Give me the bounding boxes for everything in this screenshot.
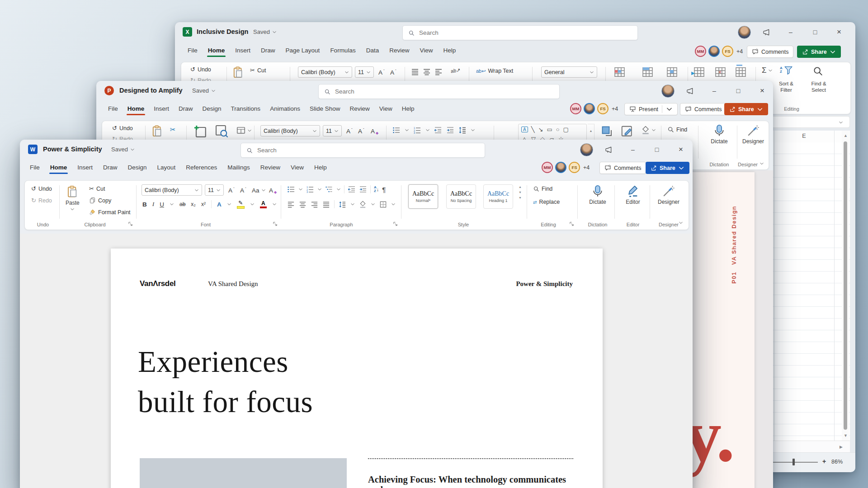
presence-overflow-count[interactable]: +4 bbox=[612, 106, 618, 112]
word-change-case-button[interactable]: Aa bbox=[252, 185, 266, 196]
subscript-button[interactable]: x₂ bbox=[191, 199, 196, 210]
presence-avatar-fs[interactable]: FS bbox=[597, 103, 609, 114]
ppt-minimize-button[interactable]: – bbox=[710, 86, 719, 95]
scroll-up-arrow[interactable]: ▲ bbox=[844, 133, 848, 138]
shape-glyph[interactable]: ╲ bbox=[531, 126, 535, 133]
excel-paste-button[interactable] bbox=[232, 66, 244, 81]
clipboard-dialog-launcher[interactable] bbox=[128, 221, 133, 226]
excel-menu-tab[interactable]: Help bbox=[443, 46, 456, 55]
word-menu-tab[interactable]: References bbox=[185, 163, 217, 172]
presence-avatar-photo[interactable] bbox=[584, 103, 595, 114]
word-shrink-font-button[interactable]: Aˇ bbox=[240, 185, 246, 196]
word-menu-tab[interactable]: Layout bbox=[157, 163, 176, 172]
excel-menu-tab[interactable]: Formulas bbox=[330, 46, 356, 55]
excel-font-name-select[interactable]: Calibri (Body) bbox=[298, 66, 352, 78]
align-center-icon[interactable] bbox=[299, 201, 307, 208]
word-menu-tab[interactable]: Help bbox=[314, 163, 327, 172]
editing-dialog-launcher[interactable] bbox=[569, 221, 574, 226]
line-spacing-icon[interactable] bbox=[458, 126, 467, 134]
word-redo-button[interactable]: ↻Redo bbox=[31, 197, 52, 204]
word-menu-tab[interactable]: Design bbox=[127, 163, 147, 172]
word-menu-tab[interactable]: Mailings bbox=[227, 163, 250, 172]
scrollbar-thumb[interactable] bbox=[844, 141, 847, 430]
ppt-menu-tab[interactable]: Design bbox=[202, 104, 222, 113]
delete-cells-icon[interactable]: × bbox=[714, 66, 726, 80]
ppt-menu-tab[interactable]: Insert bbox=[153, 104, 170, 113]
presence-avatar-mm[interactable]: MM bbox=[542, 162, 553, 173]
word-copy-button[interactable]: Copy bbox=[89, 197, 111, 204]
word-search-input[interactable] bbox=[256, 146, 468, 154]
decrease-indent-icon[interactable] bbox=[434, 126, 442, 134]
chevron-down-icon[interactable] bbox=[839, 120, 843, 125]
sort-icon[interactable]: AZ ↓ bbox=[374, 186, 379, 193]
style-normal[interactable]: AaBbCc Normal* bbox=[408, 184, 438, 209]
excel-menu-tab[interactable]: Draw bbox=[260, 46, 276, 55]
excel-shrink-font-button[interactable]: Aˇ bbox=[390, 67, 396, 78]
column-header-e[interactable]: E bbox=[774, 133, 834, 139]
ppt-slide[interactable]: P01 VA Shared Design fy. bbox=[688, 172, 755, 488]
ppt-font-name-select[interactable]: Calibri (Body) bbox=[260, 125, 320, 136]
excel-find-select-button[interactable] bbox=[812, 66, 823, 78]
text-orientation-icon[interactable]: ab↗ bbox=[450, 67, 461, 75]
highlight-button[interactable]: ✎ bbox=[237, 200, 245, 209]
ppt-dictate-button[interactable]: Dictate bbox=[704, 124, 734, 145]
ppt-maximize-button[interactable]: □ bbox=[734, 86, 743, 95]
shape-glyph[interactable]: ↘ bbox=[538, 126, 543, 133]
text-effects-button[interactable]: A bbox=[217, 199, 222, 210]
numbering-icon[interactable] bbox=[306, 185, 314, 193]
shape-glyph[interactable]: ▭ bbox=[547, 126, 552, 133]
align-bottom-icon[interactable] bbox=[434, 68, 443, 76]
collapse-ribbon-chevron[interactable] bbox=[679, 221, 683, 225]
ppt-comments-button[interactable]: Comments bbox=[680, 103, 726, 115]
ppt-menu-tab[interactable]: Slide Show bbox=[309, 104, 341, 113]
italic-button[interactable]: I bbox=[152, 199, 155, 210]
underline-button[interactable]: U bbox=[160, 199, 164, 210]
shape-glyph[interactable]: ○ bbox=[556, 126, 560, 133]
zoom-in-button[interactable]: + bbox=[822, 458, 826, 465]
ppt-designer-button[interactable]: Designer bbox=[739, 124, 768, 145]
word-menu-tab[interactable]: Insert bbox=[77, 163, 93, 172]
increase-indent-icon[interactable] bbox=[446, 126, 454, 134]
ppt-font-size-select[interactable]: 11 bbox=[323, 125, 342, 136]
word-replace-button[interactable]: ⇄ Replace bbox=[533, 199, 560, 205]
bullets-icon[interactable] bbox=[392, 126, 401, 134]
chevron-down-icon[interactable] bbox=[170, 202, 174, 206]
align-top-icon[interactable] bbox=[411, 68, 419, 76]
word-account-avatar[interactable] bbox=[580, 143, 593, 156]
ppt-layout-button[interactable] bbox=[236, 126, 252, 136]
word-grow-font-button[interactable]: Aˆ bbox=[228, 185, 235, 196]
align-middle-icon[interactable] bbox=[423, 68, 431, 76]
document-image-placeholder[interactable] bbox=[140, 458, 347, 488]
excel-menu-tab[interactable]: Insert bbox=[235, 46, 251, 55]
ppt-find-button[interactable]: Find bbox=[667, 126, 687, 133]
excel-cut-button[interactable]: ✂Cut bbox=[250, 67, 266, 74]
insert-cells-icon[interactable]: ▶ bbox=[693, 66, 705, 80]
excel-menu-tab[interactable]: Review bbox=[389, 46, 410, 55]
ppt-save-status[interactable]: Saved bbox=[192, 87, 216, 94]
word-minimize-button[interactable]: – bbox=[628, 145, 637, 154]
ppt-share-button[interactable]: Share bbox=[724, 103, 768, 115]
numbering-icon[interactable] bbox=[413, 126, 421, 134]
bullets-icon[interactable] bbox=[287, 185, 295, 193]
word-font-name-select[interactable]: Calibri (Body) bbox=[142, 184, 202, 196]
chevron-down-icon[interactable] bbox=[371, 202, 375, 206]
word-font-size-select[interactable]: 11 bbox=[205, 184, 224, 196]
cell-styles-icon[interactable] bbox=[666, 66, 678, 80]
format-cells-icon[interactable] bbox=[735, 66, 747, 80]
ppt-menu-tab[interactable]: View bbox=[379, 104, 393, 113]
word-designer-button[interactable]: Designer bbox=[654, 185, 683, 205]
scroll-down-arrow[interactable]: ▼ bbox=[844, 433, 848, 438]
chevron-down-icon[interactable] bbox=[350, 202, 355, 206]
chevron-down-icon[interactable] bbox=[272, 202, 277, 206]
chevron-down-icon[interactable] bbox=[666, 106, 673, 113]
document-right-column[interactable]: Achieving Focus: When technology communi… bbox=[368, 458, 573, 488]
ppt-search-bar[interactable] bbox=[318, 84, 560, 99]
excel-menu-tab[interactable]: Data bbox=[366, 46, 380, 55]
excel-menu-tab[interactable]: Page Layout bbox=[285, 46, 321, 55]
font-color-button[interactable]: A bbox=[260, 200, 267, 208]
word-undo-button[interactable]: ↺Undo bbox=[31, 185, 52, 192]
excel-autosum-button[interactable]: Σ bbox=[762, 66, 773, 75]
feedback-megaphone-icon[interactable] bbox=[604, 145, 613, 154]
collapse-ribbon-chevron[interactable] bbox=[760, 161, 764, 166]
borders-icon[interactable] bbox=[379, 201, 387, 208]
